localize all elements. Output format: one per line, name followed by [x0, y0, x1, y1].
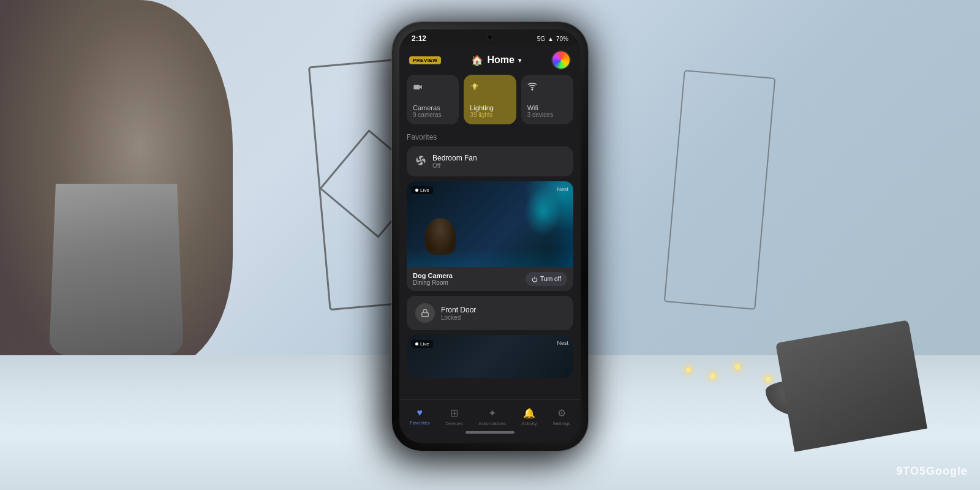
status-bar: 2:12 5G ▲ 70% [399, 29, 581, 45]
device-cards-row: Cameras 9 cameras Lighting 39 lights [407, 75, 573, 124]
front-door-info: Front Door Locked [441, 306, 565, 321]
nav-activity-icon: 🔔 [523, 407, 535, 419]
svg-marker-1 [420, 85, 421, 89]
camera-feed-dog [407, 181, 573, 267]
bedroom-fan-name: Bedroom Fan [432, 154, 565, 162]
nav-activity-label: Activity [521, 421, 537, 426]
nav-item-automations[interactable]: ✦ Automations [473, 405, 510, 429]
svg-point-8 [532, 89, 533, 90]
cameras-icon [413, 81, 453, 92]
front-door-item[interactable]: Front Door Locked [407, 296, 573, 330]
signal-bars: ▲ [548, 36, 554, 42]
preview-badge: PREVIEW [409, 56, 441, 64]
nav-devices-icon: ⊞ [450, 407, 458, 419]
second-live-dot-icon [415, 342, 418, 345]
favorites-section-label: Favorites [407, 133, 573, 141]
dog-camera-card[interactable]: Live Nest Dog Camera Dining Room Turn [407, 181, 573, 291]
app-header: PREVIEW 🏠 Home ▾ [399, 45, 581, 75]
nav-automations-label: Automations [478, 421, 505, 426]
second-camera-card[interactable]: Live Nest [407, 335, 573, 378]
nav-settings-icon: ⚙ [557, 407, 566, 419]
laptop [775, 320, 927, 451]
home-icon: 🏠 [471, 55, 483, 66]
front-door-name: Front Door [441, 306, 565, 314]
signal-indicator: 5G [537, 36, 545, 42]
svg-point-2 [473, 83, 477, 88]
watermark: 9TO5Google [896, 465, 968, 478]
lock-icon-circle [415, 303, 435, 323]
cameras-count: 9 cameras [413, 111, 453, 118]
device-card-cameras[interactable]: Cameras 9 cameras [407, 75, 459, 124]
home-label: Home [487, 55, 514, 66]
camera-notch [487, 34, 493, 40]
status-time: 2:12 [412, 34, 426, 43]
lighting-icon [470, 81, 510, 92]
device-card-lighting[interactable]: Lighting 39 lights [464, 75, 516, 124]
nav-item-favorites[interactable]: ♥ Favorites [405, 405, 435, 429]
front-door-status: Locked [441, 314, 565, 321]
bedroom-fan-status: Off [432, 162, 565, 169]
live-label: Live [420, 187, 429, 193]
live-dot-icon [415, 189, 418, 192]
nav-item-devices[interactable]: ⊞ Devices [440, 405, 467, 429]
phone: 2:12 5G ▲ 70% PREVIEW 🏠 Home ▾ [392, 22, 588, 451]
bedroom-fan-info: Bedroom Fan Off [432, 154, 565, 169]
nav-item-settings[interactable]: ⚙ Settings [548, 405, 575, 429]
nav-settings-label: Settings [552, 421, 570, 426]
nav-devices-label: Devices [445, 421, 462, 426]
nav-automations-icon: ✦ [488, 407, 496, 419]
second-live-badge: Live [412, 340, 433, 348]
plant-pot [49, 184, 184, 355]
bottom-nav: ♥ Favorites ⊞ Devices ✦ Automations 🔔 [399, 399, 581, 442]
nav-favorites-icon: ♥ [417, 407, 423, 418]
dog-camera-name: Dog Camera [413, 272, 453, 279]
svg-rect-0 [413, 85, 420, 89]
avatar[interactable] [551, 50, 571, 70]
cam-floor [407, 249, 573, 267]
svg-rect-3 [473, 88, 476, 88]
camera-label-bar: Live [412, 186, 433, 194]
svg-rect-4 [474, 89, 476, 89]
phone-screen: 2:12 5G ▲ 70% PREVIEW 🏠 Home ▾ [399, 29, 581, 443]
nav-item-activity[interactable]: 🔔 Activity [516, 405, 541, 429]
turn-off-button[interactable]: Turn off [526, 272, 567, 286]
device-card-wifi[interactable]: Wifi 3 devices [521, 75, 573, 124]
camera-name-info: Dog Camera Dining Room [413, 272, 453, 286]
turn-off-icon [532, 276, 538, 282]
home-indicator [466, 431, 514, 434]
wifi-label: Wifi [527, 104, 567, 111]
second-nest-label: Nest [557, 340, 568, 346]
wifi-count: 3 devices [527, 111, 567, 118]
cameras-label: Cameras [413, 104, 453, 111]
camera-info-bar: Dog Camera Dining Room Turn off [407, 267, 573, 291]
lighting-label: Lighting [470, 104, 510, 111]
scroll-content[interactable]: Cameras 9 cameras Lighting 39 lights [399, 75, 581, 399]
lock-icon [421, 309, 429, 317]
home-title[interactable]: 🏠 Home ▾ [471, 55, 521, 66]
bedroom-fan-item[interactable]: Bedroom Fan Off [407, 146, 573, 176]
second-live-label: Live [420, 341, 429, 347]
battery-level: 70% [556, 36, 568, 42]
svg-rect-11 [422, 312, 429, 316]
nav-items: ♥ Favorites ⊞ Devices ✦ Automations 🔔 [402, 405, 578, 429]
second-camera-label-bar: Live [412, 340, 433, 348]
fan-icon [415, 155, 426, 168]
nav-favorites-label: Favorites [410, 420, 430, 426]
home-chevron-icon: ▾ [518, 57, 521, 64]
app-content: PREVIEW 🏠 Home ▾ [399, 45, 581, 442]
status-right: 5G ▲ 70% [537, 36, 568, 42]
lighting-count: 39 lights [470, 111, 510, 118]
wifi-icon [527, 81, 567, 92]
turn-off-label: Turn off [540, 276, 561, 282]
dog-camera-location: Dining Room [413, 279, 453, 286]
svg-point-9 [420, 159, 422, 161]
phone-body: 2:12 5G ▲ 70% PREVIEW 🏠 Home ▾ [392, 22, 588, 451]
live-badge: Live [412, 186, 433, 194]
nest-label-dog-camera: Nest [557, 186, 568, 192]
